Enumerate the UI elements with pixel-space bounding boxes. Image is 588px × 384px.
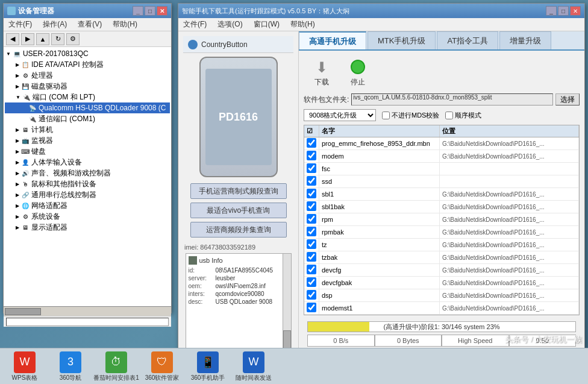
row-path-cell: G:\BaiduNetdiskDownload\PD1616_... [440,150,579,163]
row-check-cell[interactable] [304,277,319,289]
tool-menu-window[interactable]: 窗口(W) [251,18,282,31]
order-checkbox[interactable] [445,112,453,119]
row-check-cell[interactable] [304,251,319,264]
row-check-cell[interactable] [304,201,319,213]
row-checkbox[interactable] [307,239,316,249]
row-checkbox[interactable] [307,227,316,236]
tab-at[interactable]: AT指令工具 [437,31,498,49]
row-checkbox[interactable] [307,277,316,287]
row-check-cell[interactable] [304,150,319,163]
tool-minimize-button[interactable]: _ [546,6,557,16]
row-check-cell[interactable] [304,175,319,188]
format-select[interactable]: 9008格式化升级 [304,109,376,121]
taskbar-word[interactable]: W 随时间表发送 [233,351,275,382]
tree-item-disk[interactable]: ▶ 💾 磁盘驱动器 [5,81,170,92]
checkbox-mds[interactable]: 不进行MDS校验 [382,111,439,120]
tree-item-root[interactable]: ▼ 💻 USER-20170813QC [5,48,170,59]
tree-item-ide[interactable]: ▶ 📋 IDE ATA/ATAPI 控制器 [5,59,170,70]
taskbar-phone[interactable]: 📱 360手机助手 [187,351,229,382]
row-check-cell[interactable] [304,289,319,302]
toolbar-up[interactable]: ▲ [36,33,49,45]
carrier-union-button[interactable]: 运营商频段并集查询 [190,222,287,238]
row-check-cell[interactable] [304,226,319,239]
menu-view[interactable]: 查看(V) [75,18,104,31]
table-header-row: ☑ 名字 位置 [304,125,579,137]
tree-item-keyboard[interactable]: ▶ ⌨ 键盘 [5,146,170,157]
row-check-cell[interactable] [304,137,319,150]
row-checkbox[interactable] [307,151,316,160]
toolbar-back[interactable]: ◀ [6,33,19,45]
tree-item-computer[interactable]: ▶ 🖥 计算机 [5,124,170,135]
taskbar-antivirus[interactable]: 🛡 360软件管家 [141,351,183,382]
mds-checkbox[interactable] [382,112,390,119]
toolbar-forward[interactable]: ▶ [21,33,34,45]
row-name-cell: ssd [319,175,440,188]
toolbar-properties[interactable]: ⚙ [66,33,80,45]
close-button[interactable]: ✕ [157,6,167,16]
stop-action[interactable]: 停止 [346,58,370,87]
checkbox-order[interactable]: 顺序模式 [445,111,481,120]
tree-item-monitor[interactable]: ▶ 📺 监视器 [5,135,170,146]
tree-item-hid[interactable]: ▶ 👤 人体学输入设备 [5,157,170,168]
carrier-query-button[interactable]: 手机运营商制式频段查询 [190,183,287,199]
tree-item-mouse[interactable]: ▶ 🖱 鼠标和其他指针设备 [5,178,170,189]
horizontal-scrollbar[interactable] [4,306,171,316]
toolbar-refresh[interactable]: ↻ [51,33,64,45]
menu-action[interactable]: 操作(A) [40,18,69,31]
row-checkbox[interactable] [307,303,316,312]
row-checkbox[interactable] [307,214,316,224]
row-checkbox[interactable] [307,163,316,173]
tab-qualcomm[interactable]: 高通手机升级 [299,31,366,49]
device-manager-icon [7,7,16,15]
tree-item-com1[interactable]: 🔌 通信端口 (COM1) [5,113,170,124]
row-checkbox[interactable] [307,290,316,300]
network-icon: 🌐 [20,201,30,210]
country-button-label[interactable]: CountryButton [201,40,248,49]
row-checkbox[interactable] [307,265,316,274]
browse-button[interactable]: 选择 [555,93,580,105]
row-checkbox[interactable] [307,201,316,211]
tree-item-system[interactable]: ▶ ⚙ 系统设备 [5,211,170,222]
row-checkbox[interactable] [307,138,316,148]
row-checkbox[interactable] [307,252,316,262]
tree-item-qdloader[interactable]: 📡 Qualcomm HS-USB QDLoader 9008 (C [5,102,170,113]
menu-file[interactable]: 文件(F) [6,18,34,31]
tree-label: 通用串行总线控制器 [31,190,96,200]
tab-boost[interactable]: 增量升级 [499,31,551,49]
taskbar-timer[interactable]: ⏱ 番茄时间安排表1 [95,351,137,382]
taskbar-360nav[interactable]: 3 360导航 [49,351,92,382]
tree-item-cpu[interactable]: ▶ ⚙ 处理器 [5,70,170,81]
globe-icon [188,40,198,49]
tool-menu-help[interactable]: 帮助(H) [288,18,317,31]
tab-mtk[interactable]: MTK手机升级 [367,31,436,49]
row-name-cell: modem [319,150,440,163]
expand-arrow: ▶ [16,62,19,68]
word-icon: W [243,351,264,373]
tool-menu-options[interactable]: 选项(O) [215,18,245,31]
tree-item-ports[interactable]: ▼ 🔌 端口 (COM 和 LPT) [5,92,170,102]
usb-scrollbar[interactable] [283,254,291,348]
row-check-cell[interactable] [304,188,319,201]
tree-item-audio[interactable]: ▶ 🔊 声音、视频和游戏控制器 [5,168,170,178]
row-name-cell: devcfg [319,264,440,277]
tree-item-display[interactable]: ▶ 🖥 显示适配器 [5,222,170,233]
vivo-query-button[interactable]: 最适合vivo手机查询 [190,203,287,218]
row-check-cell[interactable] [304,213,319,226]
tool-close-button[interactable]: ✕ [570,6,581,16]
tool-maximize-button[interactable]: □ [558,6,569,16]
row-check-cell[interactable] [304,239,319,251]
menu-help[interactable]: 帮助(H) [110,18,140,31]
row-check-cell[interactable] [304,302,319,315]
tree-item-usb[interactable]: ▶ 🔗 通用串行总线控制器 [5,189,170,200]
tree-item-network[interactable]: ▶ 🌐 网络适配器 [5,200,170,211]
expand-arrow: ▶ [16,214,19,219]
row-checkbox[interactable] [307,189,316,198]
minimize-button[interactable]: _ [133,6,143,16]
row-check-cell[interactable] [304,264,319,277]
row-check-cell[interactable] [304,163,319,175]
maximize-button[interactable]: □ [145,6,155,16]
row-checkbox[interactable] [307,176,316,186]
taskbar-wps[interactable]: W WPS表格 [4,351,46,382]
download-action[interactable]: ⬇ 下载 [310,58,334,87]
tool-menu-file[interactable]: 文件(F) [181,18,209,31]
